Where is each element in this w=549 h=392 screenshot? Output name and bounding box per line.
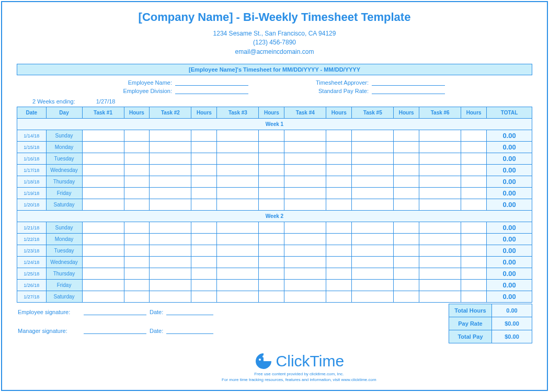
task-cell[interactable] (150, 280, 191, 291)
task-cell[interactable] (150, 268, 191, 280)
hours-cell[interactable] (326, 280, 352, 291)
task-cell[interactable] (217, 291, 259, 303)
hours-cell[interactable] (461, 222, 487, 234)
task-cell[interactable] (217, 188, 259, 199)
task-cell[interactable] (150, 245, 191, 257)
task-cell[interactable] (82, 153, 124, 165)
manager-sig-date-line[interactable] (166, 325, 213, 334)
task-cell[interactable] (284, 234, 326, 245)
hours-cell[interactable] (124, 257, 150, 268)
task-cell[interactable] (217, 176, 259, 188)
hours-cell[interactable] (124, 142, 150, 153)
task-cell[interactable] (284, 130, 326, 142)
task-cell[interactable] (82, 188, 124, 199)
hours-cell[interactable] (191, 130, 217, 142)
task-cell[interactable] (150, 176, 191, 188)
hours-cell[interactable] (394, 257, 419, 268)
hours-cell[interactable] (259, 176, 284, 188)
task-cell[interactable] (352, 280, 394, 291)
task-cell[interactable] (284, 291, 326, 303)
task-cell[interactable] (82, 165, 124, 176)
hours-cell[interactable] (461, 234, 487, 245)
task-cell[interactable] (150, 199, 191, 211)
task-cell[interactable] (217, 142, 259, 153)
hours-cell[interactable] (259, 142, 284, 153)
task-cell[interactable] (352, 234, 394, 245)
task-cell[interactable] (82, 176, 124, 188)
task-cell[interactable] (419, 291, 461, 303)
task-cell[interactable] (82, 234, 124, 245)
manager-signature-line[interactable] (84, 325, 146, 334)
hours-cell[interactable] (461, 188, 487, 199)
hours-cell[interactable] (394, 291, 419, 303)
task-cell[interactable] (352, 257, 394, 268)
task-cell[interactable] (352, 268, 394, 280)
hours-cell[interactable] (124, 280, 150, 291)
hours-cell[interactable] (191, 165, 217, 176)
task-cell[interactable] (419, 268, 461, 280)
hours-cell[interactable] (259, 222, 284, 234)
task-cell[interactable] (284, 153, 326, 165)
task-cell[interactable] (419, 142, 461, 153)
employee-name-input[interactable] (175, 78, 248, 86)
hours-cell[interactable] (461, 130, 487, 142)
hours-cell[interactable] (259, 188, 284, 199)
task-cell[interactable] (352, 199, 394, 211)
hours-cell[interactable] (461, 165, 487, 176)
task-cell[interactable] (82, 142, 124, 153)
task-cell[interactable] (352, 165, 394, 176)
hours-cell[interactable] (191, 245, 217, 257)
hours-cell[interactable] (326, 245, 352, 257)
hours-cell[interactable] (461, 257, 487, 268)
hours-cell[interactable] (394, 245, 419, 257)
hours-cell[interactable] (191, 199, 217, 211)
task-cell[interactable] (352, 142, 394, 153)
task-cell[interactable] (217, 130, 259, 142)
hours-cell[interactable] (191, 153, 217, 165)
task-cell[interactable] (150, 188, 191, 199)
approver-input[interactable] (372, 78, 445, 86)
task-cell[interactable] (217, 222, 259, 234)
task-cell[interactable] (284, 245, 326, 257)
task-cell[interactable] (217, 280, 259, 291)
hours-cell[interactable] (326, 130, 352, 142)
hours-cell[interactable] (461, 291, 487, 303)
task-cell[interactable] (419, 130, 461, 142)
task-cell[interactable] (419, 280, 461, 291)
task-cell[interactable] (419, 222, 461, 234)
hours-cell[interactable] (259, 257, 284, 268)
hours-cell[interactable] (394, 268, 419, 280)
hours-cell[interactable] (124, 291, 150, 303)
hours-cell[interactable] (461, 245, 487, 257)
task-cell[interactable] (284, 222, 326, 234)
task-cell[interactable] (352, 130, 394, 142)
hours-cell[interactable] (259, 245, 284, 257)
hours-cell[interactable] (394, 280, 419, 291)
hours-cell[interactable] (394, 222, 419, 234)
employee-signature-line[interactable] (84, 306, 146, 315)
task-cell[interactable] (419, 199, 461, 211)
task-cell[interactable] (419, 153, 461, 165)
hours-cell[interactable] (461, 199, 487, 211)
task-cell[interactable] (419, 188, 461, 199)
task-cell[interactable] (217, 245, 259, 257)
task-cell[interactable] (150, 130, 191, 142)
hours-cell[interactable] (259, 165, 284, 176)
task-cell[interactable] (82, 291, 124, 303)
hours-cell[interactable] (191, 280, 217, 291)
hours-cell[interactable] (191, 222, 217, 234)
hours-cell[interactable] (326, 234, 352, 245)
hours-cell[interactable] (259, 280, 284, 291)
hours-cell[interactable] (124, 176, 150, 188)
hours-cell[interactable] (191, 188, 217, 199)
task-cell[interactable] (82, 222, 124, 234)
hours-cell[interactable] (124, 188, 150, 199)
hours-cell[interactable] (461, 142, 487, 153)
task-cell[interactable] (150, 153, 191, 165)
task-cell[interactable] (352, 222, 394, 234)
task-cell[interactable] (150, 291, 191, 303)
task-cell[interactable] (284, 142, 326, 153)
hours-cell[interactable] (191, 176, 217, 188)
hours-cell[interactable] (124, 153, 150, 165)
task-cell[interactable] (82, 257, 124, 268)
